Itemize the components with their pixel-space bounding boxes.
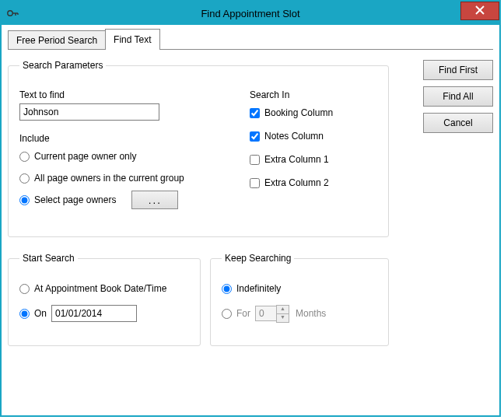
tab-free-period[interactable]: Free Period Search [8,30,106,49]
dialog-window: Find Appointment Slot Free Period Search… [0,0,501,417]
tab-label: Free Period Search [16,35,97,46]
params-right-column: Search In Booking Column Notes Column [250,89,374,192]
close-button[interactable] [460,2,499,20]
client-area: Free Period Search Find Text Find First … [8,30,493,409]
include-label: Include [19,133,245,144]
spinner-down-button[interactable]: ▼ [276,313,289,323]
spinner-up-button[interactable]: ▲ [276,305,289,313]
search-in-notes-checkbox[interactable] [250,131,260,142]
search-in-extra2-label: Extra Column 2 [264,177,329,188]
include-select-label: Select page owners [34,194,116,205]
text-to-find-label: Text to find [19,89,245,100]
tab-strip: Free Period Search Find Text [8,30,493,50]
keep-searching-group: Keep Searching Indefinitely For ▲ [210,253,389,346]
key-icon [6,7,19,19]
spinner-buttons: ▲ ▼ [276,305,289,323]
include-current-label: Current page owner only [34,151,136,162]
search-in-booking-label: Booking Column [264,107,333,118]
params-left-column: Text to find Include Current page owner … [19,89,245,209]
cancel-button[interactable]: Cancel [423,113,493,133]
start-date-input[interactable] [51,305,137,322]
start-search-options: At Appointment Book Date/Time On [19,279,189,323]
group-legend: Search Parameters [19,60,106,71]
include-options: Current page owner only All page owners … [19,147,245,209]
include-all-label: All page owners in the current group [34,173,184,184]
group-legend: Keep Searching [222,253,294,264]
search-in-extra2-checkbox[interactable] [250,178,260,188]
group-legend: Start Search [19,253,78,264]
start-on-radio[interactable] [19,309,30,319]
action-buttons: Find First Find All Cancel [423,60,493,133]
months-input[interactable] [255,306,277,321]
svg-point-0 [8,11,12,16]
months-spinner: ▲ ▼ [255,305,289,323]
close-icon [475,5,485,17]
tab-content: Find First Find All Cancel Search Parame… [8,49,493,409]
keep-indefinitely-label: Indefinitely [236,283,281,294]
search-in-notes-label: Notes Column [264,131,324,142]
search-in-booking-checkbox[interactable] [250,108,260,118]
search-in-extra1-checkbox[interactable] [250,155,260,165]
start-at-book-label: At Appointment Book Date/Time [34,283,166,294]
keep-for-radio[interactable] [222,309,232,319]
search-in-label: Search In [250,89,374,100]
search-in-options: Booking Column Notes Column Extra Column… [250,103,374,192]
start-on-label: On [34,308,47,319]
find-first-button[interactable]: Find First [423,60,493,80]
tab-find-text[interactable]: Find Text [105,29,159,49]
keep-for-label: For [236,308,250,319]
select-owners-button[interactable]: ... [131,191,178,209]
tab-label: Find Text [114,34,151,45]
start-at-book-radio[interactable] [19,284,30,294]
keep-indefinitely-radio[interactable] [222,284,232,294]
include-select-radio[interactable] [19,195,30,205]
start-search-group: Start Search At Appointment Book Date/Ti… [8,253,201,346]
months-label: Months [296,308,326,319]
titlebar: Find Appointment Slot [2,2,499,25]
window-title: Find Appointment Slot [201,8,299,19]
include-current-radio[interactable] [19,152,30,162]
search-parameters-group: Search Parameters Text to find Include C… [8,60,389,237]
keep-searching-options: Indefinitely For ▲ ▼ Months [222,279,377,323]
search-in-extra1-label: Extra Column 1 [264,154,329,165]
find-all-button[interactable]: Find All [423,86,493,107]
include-all-radio[interactable] [19,173,30,184]
text-to-find-input[interactable] [19,103,159,121]
